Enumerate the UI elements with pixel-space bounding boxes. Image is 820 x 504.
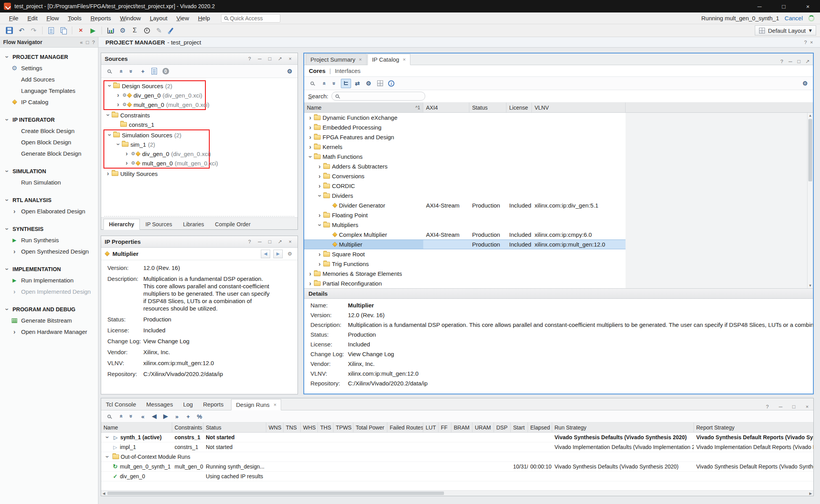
ip-settings-wrench-icon[interactable]: ⚙ [364,79,374,88]
collapse-all-icon[interactable]: » [116,411,125,421]
report-icon[interactable] [46,25,57,35]
step-forward-icon[interactable]: » [172,412,182,421]
float-panel-icon[interactable]: ↗ [276,55,284,62]
maximize-panel-icon[interactable]: □ [266,55,274,62]
catalog-row[interactable]: ›Floating Point [304,210,626,220]
chevron-right-icon[interactable]: › [316,212,323,219]
run-group-out-of-context[interactable]: ›Out-of-Context Module Runs [101,452,813,462]
catalog-search-box[interactable] [332,92,425,101]
tree-row-sim-1[interactable]: ›sim_1(2) [104,140,209,149]
chevron-right-icon[interactable]: › [307,124,314,131]
catalog-row[interactable]: ›Square Root [304,249,626,259]
chevron-down-icon[interactable]: › [316,221,323,229]
step-to-start-icon[interactable]: « [138,412,148,421]
maximize-panel-icon[interactable]: □ [266,238,274,245]
chevron-down-icon[interactable]: › [316,192,323,199]
close-button[interactable]: × [796,0,820,12]
menu-help[interactable]: Help [194,13,214,23]
close-tab-icon[interactable]: × [359,57,362,62]
sidebar-item-open-implemented-design[interactable]: ›Open Implemented Design [0,286,98,297]
sidebar-item-ip-catalog[interactable]: IP Catalog [0,96,98,108]
subtab-cores[interactable]: Cores [309,67,326,74]
column-header[interactable]: WNS [266,422,283,432]
sidebar-item-open-hardware-manager[interactable]: ›Open Hardware Manager [0,326,98,337]
minimize-panel-icon[interactable]: ─ [786,58,794,65]
chevron-down-icon[interactable]: › [106,82,113,90]
minimize-panel-icon[interactable]: ─ [256,238,264,245]
sidebar-item-language-templates[interactable]: Language Templates [0,85,98,96]
column-header[interactable]: Start [511,422,528,432]
tab-design-runs[interactable]: Design Runs× [231,399,281,410]
help-icon[interactable]: ? [804,39,807,45]
catalog-search-input[interactable] [341,93,415,99]
sidebar-item-open-block-design[interactable]: Open Block Design [0,137,98,148]
tab-libraries[interactable]: Libraries [178,219,209,229]
info-icon[interactable]: i [386,79,396,88]
flow-section-implementation[interactable]: ›IMPLEMENTATION [0,264,98,275]
edit-icon[interactable]: ✎ [153,25,164,35]
scrollbar-thumb[interactable] [107,492,444,495]
float-panel-icon[interactable]: ↗ [276,238,284,245]
column-header[interactable]: Elapsed [528,422,552,432]
scroll-down-icon[interactable]: ▼ [809,283,812,288]
collapse-sidebar-icon[interactable]: « [80,39,83,45]
catalog-row[interactable]: ›Conversions [304,171,626,181]
chevron-down-icon[interactable]: › [307,153,314,160]
catalog-row-multiplier-selected[interactable]: ›MultiplierProductionIncludedxilinx.com:… [304,240,626,249]
close-tab-icon[interactable]: × [403,57,406,62]
run-row-synth-1[interactable]: ›▷synth_1 (active) constrs_1 Not started… [101,433,813,442]
chevron-down-icon[interactable]: › [104,453,111,461]
quick-access-input[interactable] [230,15,273,21]
catalog-row[interactable]: ›Memories & Storage Elements [304,269,626,279]
tab-ip-catalog[interactable]: IP Catalog× [367,54,410,65]
abort-icon[interactable]: × [75,25,86,35]
sidebar-item-settings[interactable]: ⚙Settings [0,62,98,74]
maximize-button[interactable]: □ [772,0,796,12]
sidebar-item-run-synthesis[interactable]: ▶Run Synthesis [0,234,98,246]
scroll-left-icon[interactable]: ◀ [101,492,107,495]
search-icon[interactable] [104,412,114,421]
run-icon[interactable]: ▶ [160,412,171,421]
tree-row-simulation-sources[interactable]: ›Simulation Sources(2) [104,130,209,140]
tab-tcl-console[interactable]: Tcl Console [103,399,139,410]
chevron-right-icon[interactable]: › [316,173,323,180]
column-header-status[interactable]: Status [469,103,506,112]
run-row-impl-1[interactable]: ▷impl_1 constrs_1 Not started Vivado Imp… [101,442,813,452]
chevron-right-icon[interactable]: › [307,280,314,287]
tree-row-div-gen-0[interactable]: ›⚙div_gen_0(div_gen_0.xci) [104,91,205,100]
help-icon[interactable]: ? [778,58,786,65]
chevron-right-icon[interactable]: › [316,163,323,170]
close-layout-icon[interactable]: × [810,39,813,45]
menu-layout[interactable]: Layout [146,13,172,23]
sidebar-item-create-block-design[interactable]: Create Block Design [0,125,98,137]
tab-project-summary[interactable]: Project Summary× [306,54,367,65]
expand-all-icon[interactable]: » [127,66,136,76]
chevron-right-icon[interactable]: › [307,114,314,121]
tree-row-utility-sources[interactable]: ›Utility Sources [103,169,298,178]
status-value[interactable]: Production [143,316,171,323]
help-icon[interactable]: ? [246,238,253,245]
column-header-vlnv[interactable]: VLNV [532,103,626,112]
chevron-right-icon[interactable]: › [114,101,122,108]
detail-status-link[interactable]: Production [348,331,376,338]
catalog-row[interactable]: ›Kernels [304,142,626,152]
run-row-mult-gen-0-synth-1[interactable]: ↻mult_gen_0_synth_1 mult_gen_0 Running s… [101,462,813,472]
panel-settings-gear-icon[interactable]: ⚙ [286,250,294,257]
tree-row-design-sources[interactable]: ›Design Sources(2) [104,81,205,91]
sidebar-item-add-sources[interactable]: Add Sources [0,74,98,85]
chevron-down-icon[interactable]: › [105,112,112,119]
menu-view[interactable]: View [172,13,193,23]
search-icon[interactable] [104,67,114,76]
add-sources-icon[interactable]: + [138,67,148,76]
hierarchy-view-icon[interactable] [341,79,351,88]
chevron-right-icon[interactable]: › [316,251,323,258]
column-header[interactable]: TNS [283,422,301,432]
catalog-row[interactable]: ›FPGA Features and Design [304,132,626,142]
back-icon[interactable]: ◀ [261,250,270,258]
report-ip-status-icon[interactable] [149,67,159,76]
catalog-row[interactable]: ›CORDIC [304,181,626,191]
flow-section-rtl-analysis[interactable]: ›RTL ANALYSIS [0,195,98,206]
flow-section-program-and-debug[interactable]: ›PROGRAM AND DEBUG [0,304,98,315]
scrollbar-thumb[interactable] [808,119,812,181]
step-back-icon[interactable]: ◀ [149,412,159,421]
